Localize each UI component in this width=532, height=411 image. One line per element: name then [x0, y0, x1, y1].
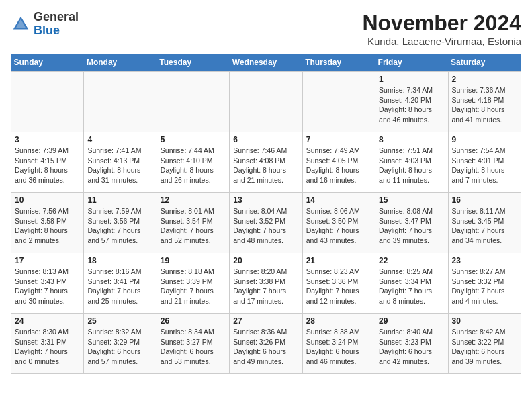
weekday-header: Tuesday [157, 54, 229, 72]
calendar-cell: 7 Sunrise: 7:49 AMSunset: 4:05 PMDayligh… [302, 132, 375, 193]
calendar-week-row: 1 Sunrise: 7:34 AMSunset: 4:20 PMDayligh… [11, 72, 521, 132]
day-number: 8 [379, 135, 444, 144]
day-info: Sunrise: 8:08 AMSunset: 3:47 PMDaylight:… [379, 206, 444, 246]
logo-text: General Blue [34, 11, 79, 38]
day-number: 12 [161, 195, 226, 205]
day-info: Sunrise: 7:51 AMSunset: 4:03 PMDaylight:… [379, 146, 444, 185]
day-info: Sunrise: 7:34 AMSunset: 4:20 PMDaylight:… [379, 85, 444, 125]
day-info: Sunrise: 8:11 AMSunset: 3:45 PMDaylight:… [452, 206, 517, 246]
day-number: 3 [15, 135, 80, 144]
day-info: Sunrise: 8:38 AMSunset: 3:24 PMDaylight:… [306, 327, 371, 367]
day-info: Sunrise: 8:06 AMSunset: 3:50 PMDaylight:… [306, 206, 371, 246]
day-number: 20 [233, 256, 298, 265]
calendar-week-row: 3 Sunrise: 7:39 AMSunset: 4:15 PMDayligh… [11, 132, 521, 193]
day-info: Sunrise: 8:42 AMSunset: 3:22 PMDaylight:… [452, 327, 517, 367]
weekday-header: Thursday [302, 54, 375, 72]
day-number: 21 [306, 256, 371, 265]
day-info: Sunrise: 8:40 AMSunset: 3:23 PMDaylight:… [379, 327, 444, 367]
weekday-header: Wednesday [230, 54, 302, 72]
page-subtitle: Kunda, Laeaene-Virumaa, Estonia [362, 36, 521, 47]
day-number: 24 [15, 316, 80, 326]
calendar-cell: 2 Sunrise: 7:36 AMSunset: 4:18 PMDayligh… [448, 72, 521, 132]
calendar-cell: 14 Sunrise: 8:06 AMSunset: 3:50 PMDaylig… [302, 193, 375, 253]
day-number: 10 [15, 195, 80, 205]
day-info: Sunrise: 8:23 AMSunset: 3:36 PMDaylight:… [306, 267, 371, 306]
day-info: Sunrise: 8:01 AMSunset: 3:54 PMDaylight:… [161, 206, 226, 246]
weekday-header-row: SundayMondayTuesdayWednesdayThursdayFrid… [11, 54, 521, 72]
day-info: Sunrise: 8:32 AMSunset: 3:29 PMDaylight:… [87, 327, 152, 367]
day-number: 28 [306, 316, 371, 326]
day-number: 6 [233, 135, 298, 144]
calendar-cell: 18 Sunrise: 8:16 AMSunset: 3:41 PMDaylig… [84, 253, 157, 314]
calendar-cell: 13 Sunrise: 8:04 AMSunset: 3:52 PMDaylig… [230, 193, 302, 253]
title-area: November 2024 Kunda, Laeaene-Virumaa, Es… [362, 11, 521, 47]
weekday-header: Sunday [11, 54, 84, 72]
calendar-cell: 4 Sunrise: 7:41 AMSunset: 4:13 PMDayligh… [84, 132, 157, 193]
day-number: 11 [87, 195, 152, 205]
day-number: 17 [15, 256, 80, 265]
day-info: Sunrise: 7:56 AMSunset: 3:58 PMDaylight:… [15, 206, 80, 246]
day-number: 2 [452, 75, 517, 84]
calendar-cell: 25 Sunrise: 8:32 AMSunset: 3:29 PMDaylig… [84, 314, 157, 374]
day-info: Sunrise: 8:13 AMSunset: 3:43 PMDaylight:… [15, 267, 80, 306]
day-info: Sunrise: 8:30 AMSunset: 3:31 PMDaylight:… [15, 327, 80, 367]
day-number: 27 [233, 316, 298, 326]
calendar-cell: 20 Sunrise: 8:20 AMSunset: 3:38 PMDaylig… [230, 253, 302, 314]
calendar-cell: 26 Sunrise: 8:34 AMSunset: 3:27 PMDaylig… [157, 314, 229, 374]
header: General Blue November 2024 Kunda, Laeaen… [11, 11, 521, 47]
calendar-cell: 6 Sunrise: 7:46 AMSunset: 4:08 PMDayligh… [230, 132, 302, 193]
day-info: Sunrise: 7:36 AMSunset: 4:18 PMDaylight:… [452, 85, 517, 125]
calendar-cell: 22 Sunrise: 8:25 AMSunset: 3:34 PMDaylig… [375, 253, 448, 314]
day-number: 29 [379, 316, 444, 326]
day-number: 13 [233, 195, 298, 205]
page-title: November 2024 [362, 11, 521, 36]
calendar-cell [302, 72, 375, 132]
day-info: Sunrise: 7:39 AMSunset: 4:15 PMDaylight:… [15, 146, 80, 185]
calendar-cell [84, 72, 157, 132]
day-number: 25 [87, 316, 152, 326]
logo: General Blue [11, 11, 79, 38]
calendar-week-row: 24 Sunrise: 8:30 AMSunset: 3:31 PMDaylig… [11, 314, 521, 374]
day-number: 16 [452, 195, 517, 205]
calendar-cell [157, 72, 229, 132]
calendar-cell: 8 Sunrise: 7:51 AMSunset: 4:03 PMDayligh… [375, 132, 448, 193]
day-number: 5 [161, 135, 226, 144]
weekday-header: Saturday [448, 54, 521, 72]
calendar-cell: 30 Sunrise: 8:42 AMSunset: 3:22 PMDaylig… [448, 314, 521, 374]
calendar-cell [230, 72, 302, 132]
day-number: 18 [87, 256, 152, 265]
day-info: Sunrise: 7:49 AMSunset: 4:05 PMDaylight:… [306, 146, 371, 185]
day-number: 19 [161, 256, 226, 265]
calendar-cell: 9 Sunrise: 7:54 AMSunset: 4:01 PMDayligh… [448, 132, 521, 193]
day-number: 9 [452, 135, 517, 144]
day-info: Sunrise: 8:25 AMSunset: 3:34 PMDaylight:… [379, 267, 444, 306]
day-info: Sunrise: 8:18 AMSunset: 3:39 PMDaylight:… [161, 267, 226, 306]
calendar-cell: 23 Sunrise: 8:27 AMSunset: 3:32 PMDaylig… [448, 253, 521, 314]
calendar-cell: 12 Sunrise: 8:01 AMSunset: 3:54 PMDaylig… [157, 193, 229, 253]
day-number: 26 [161, 316, 226, 326]
calendar-cell: 17 Sunrise: 8:13 AMSunset: 3:43 PMDaylig… [11, 253, 84, 314]
calendar-cell [11, 72, 84, 132]
day-number: 30 [452, 316, 517, 326]
calendar-cell: 19 Sunrise: 8:18 AMSunset: 3:39 PMDaylig… [157, 253, 229, 314]
day-number: 4 [87, 135, 152, 144]
day-number: 7 [306, 135, 371, 144]
day-info: Sunrise: 8:34 AMSunset: 3:27 PMDaylight:… [161, 327, 226, 367]
calendar-cell: 29 Sunrise: 8:40 AMSunset: 3:23 PMDaylig… [375, 314, 448, 374]
calendar-cell: 27 Sunrise: 8:36 AMSunset: 3:26 PMDaylig… [230, 314, 302, 374]
day-info: Sunrise: 7:41 AMSunset: 4:13 PMDaylight:… [87, 146, 152, 185]
calendar-week-row: 17 Sunrise: 8:13 AMSunset: 3:43 PMDaylig… [11, 253, 521, 314]
calendar-cell: 28 Sunrise: 8:38 AMSunset: 3:24 PMDaylig… [302, 314, 375, 374]
calendar-cell: 5 Sunrise: 7:44 AMSunset: 4:10 PMDayligh… [157, 132, 229, 193]
day-info: Sunrise: 8:27 AMSunset: 3:32 PMDaylight:… [452, 267, 517, 306]
calendar-table: SundayMondayTuesdayWednesdayThursdayFrid… [11, 54, 521, 374]
logo-icon [11, 14, 31, 34]
day-number: 14 [306, 195, 371, 205]
calendar-cell: 24 Sunrise: 8:30 AMSunset: 3:31 PMDaylig… [11, 314, 84, 374]
day-info: Sunrise: 8:04 AMSunset: 3:52 PMDaylight:… [233, 206, 298, 246]
calendar-cell: 10 Sunrise: 7:56 AMSunset: 3:58 PMDaylig… [11, 193, 84, 253]
calendar-week-row: 10 Sunrise: 7:56 AMSunset: 3:58 PMDaylig… [11, 193, 521, 253]
day-number: 15 [379, 195, 444, 205]
day-info: Sunrise: 8:16 AMSunset: 3:41 PMDaylight:… [87, 267, 152, 306]
calendar-cell: 3 Sunrise: 7:39 AMSunset: 4:15 PMDayligh… [11, 132, 84, 193]
